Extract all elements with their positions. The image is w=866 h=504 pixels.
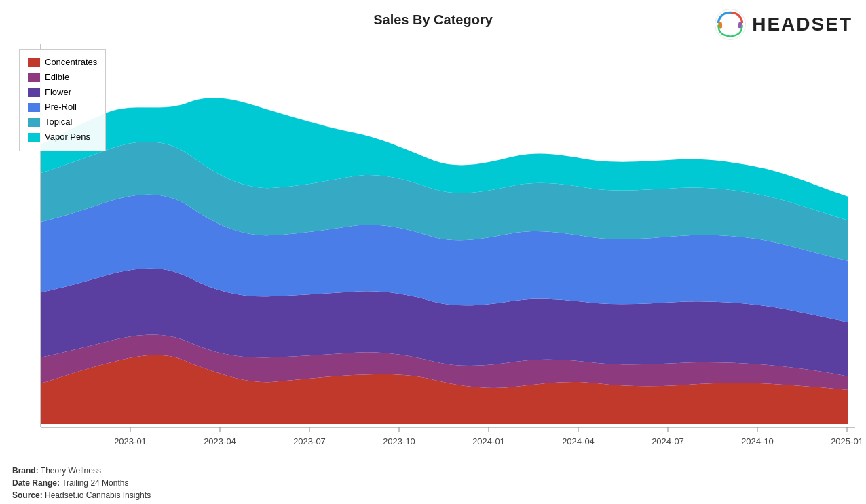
logo-area: HEADSET <box>714 8 852 41</box>
legend-swatch <box>28 73 40 82</box>
legend-swatch <box>28 88 40 97</box>
legend-swatch <box>28 118 40 127</box>
chart-container: Sales By Category HEADSET ConcentratesEd… <box>0 0 866 504</box>
legend-item: Flower <box>28 85 97 100</box>
x-label-5: 2024-01 <box>472 436 505 446</box>
brand-value: Theory Wellness <box>41 466 101 476</box>
footer: Brand: Theory Wellness Date Range: Trail… <box>12 465 151 501</box>
x-label-3: 2023-07 <box>293 436 326 446</box>
x-label-4: 2023-10 <box>383 436 415 446</box>
footer-date: Date Range: Trailing 24 Months <box>12 477 151 489</box>
brand-label: Brand: <box>12 466 39 476</box>
legend-label: Flower <box>45 85 71 100</box>
source-value: Headset.io Cannabis Insights <box>45 490 151 500</box>
x-label-9: 2025-01 <box>831 436 863 446</box>
date-label: Date Range: <box>12 478 60 488</box>
x-label-8: 2024-10 <box>741 436 774 446</box>
legend-label: Vapor Pens <box>45 130 90 144</box>
date-value: Trailing 24 Months <box>62 478 128 488</box>
footer-source: Source: Headset.io Cannabis Insights <box>12 489 151 501</box>
legend-item: Concentrates <box>28 55 97 70</box>
x-label-7: 2024-07 <box>652 436 684 446</box>
legend-swatch <box>28 58 40 67</box>
source-label: Source: <box>12 490 43 500</box>
legend-item: Pre-Roll <box>28 100 97 115</box>
headset-logo-icon <box>714 8 747 41</box>
footer-brand: Brand: Theory Wellness <box>12 465 151 477</box>
legend-swatch <box>28 103 40 112</box>
legend-item: Edible <box>28 70 97 85</box>
logo-text: HEADSET <box>752 14 852 35</box>
legend-label: Pre-Roll <box>45 100 77 115</box>
legend-label: Edible <box>45 70 69 85</box>
x-label-6: 2024-04 <box>562 436 595 446</box>
chart-legend: ConcentratesEdibleFlowerPre-RollTopicalV… <box>19 49 106 151</box>
chart-svg: 2023-01 2023-04 2023-07 2023-10 2024-01 … <box>0 37 866 465</box>
legend-item: Topical <box>28 115 97 130</box>
legend-label: Topical <box>45 115 72 130</box>
legend-swatch <box>28 133 40 142</box>
legend-item: Vapor Pens <box>28 130 97 144</box>
x-label-2: 2023-04 <box>204 436 236 446</box>
x-label-1: 2023-01 <box>114 436 147 446</box>
legend-label: Concentrates <box>45 55 97 70</box>
